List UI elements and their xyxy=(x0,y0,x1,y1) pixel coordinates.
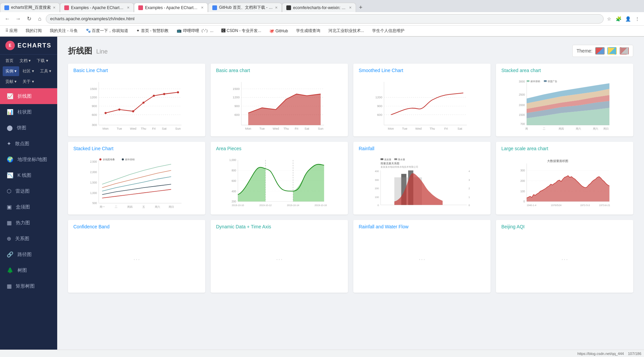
bookmark-bilibili[interactable]: 📺 哔哩哔哩（'-'）... xyxy=(174,27,216,34)
svg-text:1: 1 xyxy=(468,196,470,199)
svg-text:联盟广告: 联盟广告 xyxy=(548,80,557,83)
pie-chart-icon: ⬤ xyxy=(7,125,13,131)
chart-card-basic-line[interactable]: Basic Line Chart 300 600 xyxy=(68,64,205,136)
svg-text:1,000: 1,000 xyxy=(90,192,97,195)
browser-controls: ← → ↻ ⌂ ☆ 🧩 👤 ⋮ xyxy=(0,12,644,26)
svg-text:2019-10-10: 2019-10-10 xyxy=(232,204,244,207)
bookmark-subscriptions[interactable]: 我的订阅 xyxy=(23,27,44,34)
svg-point-81 xyxy=(99,158,101,160)
svg-rect-61 xyxy=(544,80,547,82)
svg-text:1973-8-21: 1973-8-21 xyxy=(599,204,610,207)
browser-actions: ☆ 🧩 👤 ⋮ xyxy=(605,15,641,23)
chart-title-smoothed: Smoothed Line Chart xyxy=(353,64,491,76)
bookmark-github[interactable]: 🐙 GitHub xyxy=(266,28,291,34)
nav-community[interactable]: 社区 ▾ xyxy=(20,66,36,76)
menu-button[interactable]: ⋮ xyxy=(633,15,641,23)
theme-button-2[interactable] xyxy=(607,47,617,55)
tab-close[interactable]: ✕ xyxy=(201,6,204,9)
tab-close[interactable]: ✕ xyxy=(349,6,352,9)
chart-card-aqi[interactable]: Beijing AQI ... xyxy=(496,220,633,293)
bookmark-education[interactable]: ✦ 首页 - 智慧职教 xyxy=(134,27,171,34)
chart-title-aqi: Beijing AQI xyxy=(496,220,633,232)
chart-card-confidence[interactable]: Confidence Band ... xyxy=(68,220,205,293)
status-page-info: 107/186 xyxy=(628,352,641,356)
bookmark-apps[interactable]: ⠿ 应用 xyxy=(3,27,20,34)
bookmark-star-button[interactable]: ☆ xyxy=(605,15,613,23)
svg-text:1972-5-3: 1972-5-3 xyxy=(580,204,590,207)
svg-text:2,000: 2,000 xyxy=(90,171,97,174)
bookmark-hebei[interactable]: 河北工业职业技术... xyxy=(326,27,367,34)
chart-preview-smoothed: 600 900 1200 Mon Tue Wed Thu Fri Sat xyxy=(353,76,491,136)
tab-title: ecomfe/echarts-for-weixin: EC... xyxy=(293,5,347,10)
chart-card-stacked-line[interactable]: Stacked Line Chart 折线图堆叠 邮件营销 xyxy=(68,142,205,215)
nav-contribute[interactable]: 贡献 ▾ xyxy=(3,77,19,87)
chart-card-smoothed[interactable]: Smoothed Line Chart 600 900 1200 xyxy=(353,64,491,136)
tab-4[interactable]: GitHub 首页、文档和下载 - 代码... ✕ xyxy=(208,3,282,12)
nav-download[interactable]: 下载 ▾ xyxy=(34,56,50,66)
chart-card-large-scale[interactable]: Large scale area chart 大数据量面积图 xyxy=(496,142,633,215)
nav-home[interactable]: 首页 xyxy=(3,56,16,66)
svg-text:600: 600 xyxy=(92,113,97,117)
chart-card-rainfall[interactable]: Rainfall 蒸发量 降水量 雨量流量关系图 某某某水电站特殊水电技术有限公… xyxy=(353,142,491,215)
sidebar-item-candlestick[interactable]: 📉 K 线图 xyxy=(0,167,57,183)
svg-text:大数据量面积图: 大数据量面积图 xyxy=(547,159,568,163)
sidebar-item-graph[interactable]: ⊕ 关系图 xyxy=(0,231,57,247)
svg-text:400: 400 xyxy=(375,170,379,173)
nav-docs[interactable]: 文档 ▾ xyxy=(17,56,33,66)
sidebar-item-radar[interactable]: ⬡ 雷达图 xyxy=(0,183,57,199)
tab-5[interactable]: ecomfe/echarts-for-weixin: EC... ✕ xyxy=(282,3,356,12)
tab-close[interactable]: ✕ xyxy=(127,6,130,9)
tab-2[interactable]: Examples - Apache ECharts (in... ✕ xyxy=(60,3,134,12)
extensions-button[interactable]: 🧩 xyxy=(614,15,622,23)
bookmark-grades[interactable]: 学生成绩查询 xyxy=(293,27,323,34)
bookmark-csdn[interactable]: 🅲 CSDN - 专业开发... xyxy=(219,27,264,34)
svg-text:0: 0 xyxy=(524,200,525,203)
svg-text:折线图堆叠: 折线图堆叠 xyxy=(103,158,115,161)
app-container: E ECHARTS 首页 文档 ▾ 下载 ▾ 实例 ▾ 社区 ▾ 工具 ▾ 贡献… xyxy=(0,37,644,357)
chart-card-area[interactable]: Basic area chart 600 900 1200 xyxy=(211,64,348,136)
lines-icon: 🔗 xyxy=(7,251,13,258)
svg-text:2: 2 xyxy=(468,187,470,190)
bookmark-student[interactable]: 学生个人信息维护 xyxy=(369,27,407,34)
chart-card-rainfall-water[interactable]: Rainfall and Water Flow ... xyxy=(353,220,491,293)
sidebar-item-line[interactable]: 📈 折线图 xyxy=(0,88,57,104)
nav-about[interactable]: 关于 ▾ xyxy=(20,77,36,87)
sidebar: E ECHARTS 首页 文档 ▾ 下载 ▾ 实例 ▾ 社区 ▾ 工具 ▾ 贡献… xyxy=(0,37,57,357)
tab-favicon xyxy=(4,5,9,10)
radar-icon: ⬡ xyxy=(7,188,11,194)
back-button[interactable]: ← xyxy=(3,14,12,24)
tab-close[interactable]: ✕ xyxy=(275,6,278,9)
chart-card-stacked-area[interactable]: Stacked area chart 邮件营销 联盟广告 xyxy=(496,64,633,136)
theme-button-3[interactable] xyxy=(619,47,629,55)
chart-preview-area: 600 900 1200 1500 Mon Tue Wed Thu Fri xyxy=(211,76,348,136)
sidebar-item-bar[interactable]: 📊 柱状图 xyxy=(0,104,57,120)
tab-1[interactable]: echarts官网_百度搜索 ✕ xyxy=(0,3,60,12)
sidebar-item-heatmap[interactable]: ▦ 热力图 xyxy=(0,215,57,231)
nav-tools[interactable]: 工具 ▾ xyxy=(37,66,54,76)
bookmark-douyu[interactable]: 我的关注 - 斗鱼 xyxy=(47,27,80,34)
sidebar-item-scatter[interactable]: ✦ 散点图 xyxy=(0,136,57,152)
theme-button-1[interactable] xyxy=(595,47,605,55)
address-bar[interactable] xyxy=(46,14,604,24)
sidebar-item-geo[interactable]: 🌍 地理坐标/地图 xyxy=(0,152,57,167)
line-chart-icon: 📈 xyxy=(7,93,13,99)
chart-card-area-pieces[interactable]: Area Pieces xyxy=(211,142,348,215)
forward-button[interactable]: → xyxy=(13,14,23,24)
svg-text:周: 周 xyxy=(525,127,528,130)
home-button[interactable]: ⌂ xyxy=(35,14,44,24)
profile-button[interactable]: 👤 xyxy=(624,15,632,23)
sidebar-item-treemap[interactable]: ▦ 矩形树图 xyxy=(0,278,57,294)
bookmark-baidu[interactable]: 🐾 百度一下，你就知道 xyxy=(83,27,131,34)
svg-text:1,000: 1,000 xyxy=(229,159,236,162)
chart-card-dynamic[interactable]: Dynamic Data + Time Axis ... xyxy=(211,220,348,293)
new-tab-button[interactable]: + xyxy=(356,3,365,12)
tab-close[interactable]: ✕ xyxy=(53,6,56,9)
sidebar-label-pie: 饼图 xyxy=(17,125,26,131)
reload-button[interactable]: ↻ xyxy=(24,14,34,24)
sidebar-item-pie[interactable]: ⬤ 饼图 xyxy=(0,120,57,136)
sidebar-item-lines[interactable]: 🔗 路径图 xyxy=(0,247,57,262)
sidebar-item-boxplot[interactable]: ▣ 盒须图 xyxy=(0,199,57,215)
tab-3[interactable]: Examples - Apache ECharts (in... ✕ xyxy=(134,3,208,12)
nav-examples[interactable]: 实例 ▾ xyxy=(3,66,19,76)
sidebar-item-tree[interactable]: 🌲 树图 xyxy=(0,262,57,278)
